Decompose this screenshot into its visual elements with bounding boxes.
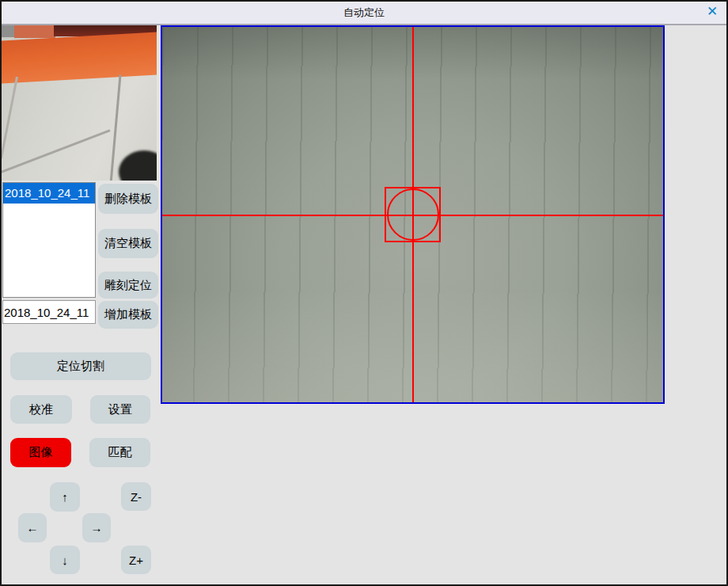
position-cut-button[interactable]: 定位切割 xyxy=(10,352,151,380)
z-plus-button[interactable]: Z+ xyxy=(121,546,151,574)
template-list[interactable]: 2018_10_24_11 xyxy=(2,182,96,298)
jog-left-button[interactable]: ← xyxy=(18,513,47,542)
thumbnail-orange-beam xyxy=(2,32,157,84)
thumbnail-grout-line xyxy=(2,129,111,174)
close-icon[interactable]: ✕ xyxy=(703,3,721,21)
title-bar: 自动定位 xyxy=(2,2,726,25)
jog-up-button[interactable]: ↑ xyxy=(50,482,80,512)
match-button[interactable]: 匹配 xyxy=(89,438,150,467)
camera-view xyxy=(161,25,665,404)
add-template-button[interactable]: 增加模板 xyxy=(98,301,158,329)
template-list-item[interactable]: 2018_10_24_11 xyxy=(3,183,95,204)
z-minus-button[interactable]: Z- xyxy=(121,482,151,511)
window-title: 自动定位 xyxy=(343,6,385,20)
engrave-position-button[interactable]: 雕刻定位 xyxy=(98,272,158,299)
template-thumbnail xyxy=(2,25,157,181)
settings-button[interactable]: 设置 xyxy=(90,395,150,424)
calibrate-button[interactable]: 校准 xyxy=(10,395,72,424)
thumbnail-orange-patch xyxy=(14,25,55,38)
jog-down-button[interactable]: ↓ xyxy=(50,546,80,574)
thumbnail-dark-object xyxy=(119,150,157,181)
template-name-input[interactable] xyxy=(2,300,96,324)
jog-right-button[interactable]: → xyxy=(82,513,111,542)
thumbnail-grout-line xyxy=(2,77,18,159)
delete-template-button[interactable]: 删除模板 xyxy=(98,184,158,214)
target-circle-marker xyxy=(387,188,439,241)
image-button[interactable]: 图像 xyxy=(10,438,71,467)
clear-templates-button[interactable]: 清空模板 xyxy=(98,229,158,258)
